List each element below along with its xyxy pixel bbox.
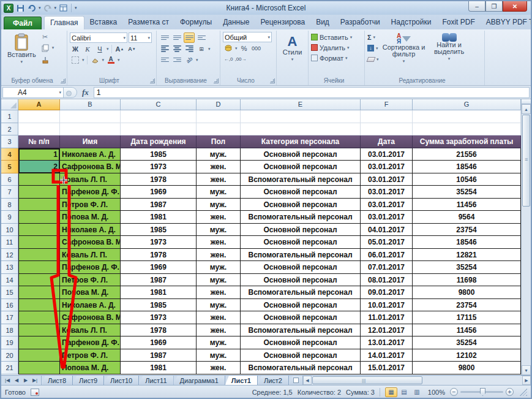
sheet-tab-Лист2[interactable]: Лист2 xyxy=(258,376,289,385)
cell-F1[interactable] xyxy=(361,110,413,123)
font-family-select[interactable]: Calibri▾ xyxy=(70,32,127,43)
merge-center-icon[interactable]: ⊞ xyxy=(196,44,207,54)
cell-F11[interactable]: 05.01.2017 xyxy=(361,236,413,249)
cell-E19[interactable]: Основной персонал xyxy=(241,336,361,349)
cell-A3[interactable]: № п/п xyxy=(18,135,60,148)
column-header-B[interactable]: B xyxy=(60,99,121,110)
cell-A14[interactable] xyxy=(18,274,60,287)
cell-B12[interactable]: Коваль Л. П. xyxy=(60,249,121,262)
cell-D3[interactable]: Пол xyxy=(197,135,241,148)
ribbon-tab-Рецензирова[interactable]: Рецензирова xyxy=(255,16,310,29)
cell-A1[interactable] xyxy=(18,110,60,123)
excel-logo-icon[interactable]: X xyxy=(4,4,13,13)
page-break-view-icon[interactable]: ▥ xyxy=(411,387,423,397)
maximize-button[interactable]: ❐ xyxy=(485,1,503,12)
first-sheet-icon[interactable]: |◀ xyxy=(3,378,12,383)
merge-caret[interactable]: ▾ xyxy=(208,47,211,51)
align-left-icon[interactable] xyxy=(159,44,170,54)
cell-D12[interactable]: жен. xyxy=(197,249,241,262)
cell-A21[interactable] xyxy=(18,362,60,374)
scroll-up-icon[interactable]: ▲ xyxy=(522,104,531,114)
row-header-1[interactable]: 1 xyxy=(1,110,18,123)
cell-B3[interactable]: Имя xyxy=(60,135,121,148)
cell-E1[interactable] xyxy=(241,110,361,123)
cell-E20[interactable]: Основной персонал xyxy=(241,349,361,362)
cell-G19[interactable]: 35254 xyxy=(413,336,521,349)
cell-C17[interactable]: 1973 xyxy=(121,311,197,324)
ribbon-tab-Вид[interactable]: Вид xyxy=(310,16,335,29)
cell-D7[interactable]: муж. xyxy=(197,186,241,199)
cell-B7[interactable]: Парфенов Д. Ф. xyxy=(60,186,121,199)
cell-F3[interactable]: Дата xyxy=(361,135,413,148)
styles-button[interactable]: А Стили ▾ xyxy=(279,33,305,64)
row-header-19[interactable]: 19 xyxy=(1,336,18,349)
cell-C2[interactable] xyxy=(121,123,197,136)
font-color-caret[interactable]: ▾ xyxy=(118,58,120,63)
file-tab[interactable]: Файл xyxy=(4,17,42,29)
cell-G13[interactable]: 35254 xyxy=(413,261,521,274)
insert-cells-button[interactable]: Вставить▾ xyxy=(311,32,362,42)
column-header-F[interactable]: F xyxy=(361,99,413,110)
cell-F7[interactable]: 03.01.2017 xyxy=(361,186,413,199)
cell-F21[interactable]: 15.01.2017 xyxy=(361,362,413,374)
cell-D10[interactable]: муж. xyxy=(197,224,241,237)
next-sheet-icon[interactable]: ▶ xyxy=(21,378,30,383)
column-header-G[interactable]: G xyxy=(413,99,521,110)
cell-G2[interactable] xyxy=(413,123,521,136)
cell-A20[interactable] xyxy=(18,349,60,362)
close-button[interactable]: ✕ xyxy=(503,1,527,12)
cell-E18[interactable]: Вспомогательный персонал xyxy=(241,324,361,337)
cell-F13[interactable]: 07.01.2017 xyxy=(361,261,413,274)
cell-B15[interactable]: Попова М. Д. xyxy=(60,286,121,299)
ribbon-tab-Foxit PDF[interactable]: Foxit PDF xyxy=(436,16,480,29)
cell-F14[interactable]: 08.01.2017 xyxy=(361,274,413,287)
cell-G4[interactable]: 21556 xyxy=(413,148,521,161)
cell-A2[interactable] xyxy=(18,123,60,136)
currency-icon[interactable] xyxy=(223,43,234,53)
cell-D19[interactable]: муж. xyxy=(197,336,241,349)
orientation-icon[interactable]: ab xyxy=(182,52,197,67)
italic-button[interactable]: К xyxy=(82,44,93,54)
cell-A9[interactable] xyxy=(18,211,60,224)
cell-D6[interactable]: жен. xyxy=(197,173,241,186)
cut-icon[interactable]: ✂ xyxy=(40,32,51,42)
cell-C5[interactable]: 1973 xyxy=(121,161,197,173)
font-size-select[interactable]: 11▾ xyxy=(129,32,152,43)
ribbon-tab-Разметка ст[interactable]: Разметка ст xyxy=(122,16,174,29)
cell-B14[interactable]: Петров Ф. Л. xyxy=(60,274,121,287)
column-header-D[interactable]: D xyxy=(197,99,241,110)
increase-indent-icon[interactable] xyxy=(171,55,182,65)
zoom-out-icon[interactable]: − xyxy=(450,388,458,396)
fill-button[interactable]: ↓▾ xyxy=(367,43,379,53)
cell-G1[interactable] xyxy=(413,110,521,123)
cell-E12[interactable]: Вспомогательный персонал xyxy=(241,249,361,262)
cell-E9[interactable]: Вспомогательный персонал xyxy=(241,211,361,224)
cell-C11[interactable]: 1973 xyxy=(121,236,197,249)
font-color-icon[interactable]: А xyxy=(105,55,116,65)
ribbon-tab-Надстройки[interactable]: Надстройки xyxy=(386,16,437,29)
cell-F5[interactable]: 03.01.2017 xyxy=(361,161,413,173)
cell-D9[interactable]: жен. xyxy=(197,211,241,224)
cell-C1[interactable] xyxy=(121,110,197,123)
copy-icon[interactable] xyxy=(40,43,51,53)
resize-grip[interactable] xyxy=(520,389,527,396)
cell-A7[interactable] xyxy=(18,186,60,199)
cell-A15[interactable] xyxy=(18,286,60,299)
cell-D11[interactable]: жен. xyxy=(197,236,241,249)
sort-filter-button[interactable]: АЯ Сортировка и фильтр▾ xyxy=(380,32,428,66)
cell-D2[interactable] xyxy=(197,123,241,136)
cell-D5[interactable]: жен. xyxy=(197,161,241,173)
cell-C8[interactable]: 1987 xyxy=(121,199,197,211)
cell-B19[interactable]: Парфенов Д. Ф. xyxy=(60,336,121,349)
bold-button[interactable]: Ж xyxy=(70,44,81,54)
cell-D13[interactable]: муж. xyxy=(197,261,241,274)
row-header-9[interactable]: 9 xyxy=(1,211,18,224)
cell-F15[interactable]: 09.01.2017 xyxy=(361,286,413,299)
align-bottom-icon[interactable] xyxy=(184,32,195,43)
align-middle-icon[interactable] xyxy=(171,32,182,43)
cell-E6[interactable]: Вспомогательный персонал xyxy=(241,173,361,186)
cell-G14[interactable]: 11698 xyxy=(413,274,521,287)
cell-G20[interactable]: 12102 xyxy=(413,349,521,362)
cell-C7[interactable]: 1969 xyxy=(121,186,197,199)
redo-icon[interactable] xyxy=(43,3,53,13)
